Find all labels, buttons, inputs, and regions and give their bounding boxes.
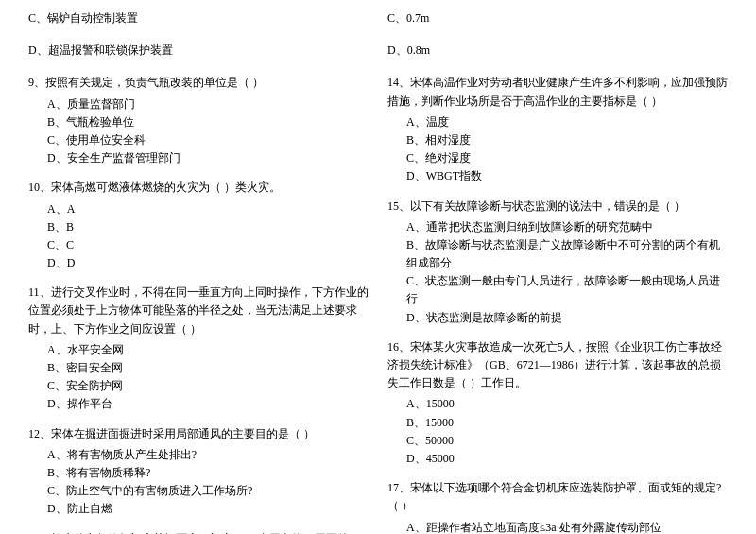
option-q10-0: A、A [28,200,369,218]
question-title: 12、宋体在掘进面掘进时采用局部通风的主要目的是（ ） [28,425,369,443]
option-q14-2: C、绝对湿度 [387,149,728,167]
option-q14-3: D、WBGT指数 [387,167,728,185]
option-q16-2: C、50000 [387,432,728,450]
option-q15-2: C、状态监测一般由专门人员进行，故障诊断一般由现场人员进行 [387,272,728,308]
question-title: D、0.8m [387,42,728,60]
option-q11-3: D、操作平台 [28,395,369,413]
option-q16-3: D、45000 [387,450,728,468]
option-q14-1: B、相对湿度 [387,131,728,149]
question-block-q12: 12、宋体在掘进面掘进时采用局部通风的主要目的是（ ）A、将有害物质从产生处排出… [28,425,369,519]
option-q15-1: B、故障诊断与状态监测是广义故障诊断中不可分割的两个有机组成部分 [387,236,728,272]
question-title: 15、以下有关故障诊断与状态监测的说法中，错误的是（ ） [387,198,728,215]
question-block-q15: 15、以下有关故障诊断与状态监测的说法中，错误的是（ ）A、通常把状态监测归纳到… [387,198,728,327]
option-q9-2: C、使用单位安全科 [28,131,369,149]
option-q12-1: B、将有害物质稀释? [28,464,369,482]
question-title: C、0.7m [387,9,728,27]
page-content: C、锅炉自动控制装置D、超温报警和联锁保护装置9、按照有关规定，负责气瓶改装的单… [28,9,728,534]
question-title: 10、宋体高燃可燃液体燃烧的火灾为（ ）类火灾。 [28,179,369,197]
option-q12-2: C、防止空气中的有害物质进入工作场所? [28,482,369,500]
right-column: C、0.7mD、0.8m14、宋体高温作业对劳动者职业健康产生许多不利影响，应加… [387,9,728,534]
question-title: 11、进行交叉作业时，不得在同一垂直方向上同时操作，下方作业的位置必须处于上方物… [28,284,369,338]
question-block-q_d_option: D、超温报警和联锁保护装置 [28,42,369,62]
option-q9-1: B、气瓶检验单位 [28,113,369,131]
question-title: D、超温报警和联锁保护装置 [28,42,369,60]
option-q10-1: B、B [28,218,369,236]
option-q10-3: D、D [28,254,369,272]
question-title: 13、机床的电气箱柜门应关闭严密、门窗（ ）内无杂物、无工件，箱柜门开启方便 [28,530,369,535]
option-q9-3: D、安全生产监督管理部门 [28,149,369,167]
question-block-q9: 9、按照有关规定，负责气瓶改装的单位是（ ）A、质量监督部门B、气瓶检验单位C、… [28,74,369,167]
question-title: 17、宋体以下选项哪个符合金切机床应选装防护罩、面或矩的规定?（ ） [387,479,728,515]
option-q17-0: A、距操作者站立地面高度≤3a 处有外露旋传动部位 [387,519,728,535]
question-block-q_d2_option: D、0.8m [387,42,728,62]
question-block-q16: 16、宋体某火灾事故造成一次死亡5人，按照《企业职工伤亡事故经济损失统计标准》（… [387,338,728,468]
question-title: 16、宋体某火灾事故造成一次死亡5人，按照《企业职工伤亡事故经济损失统计标准》（… [387,338,728,393]
question-title: 14、宋体高温作业对劳动者职业健康产生许多不利影响，应加强预防措施，判断作业场所… [387,74,728,110]
question-block-q14: 14、宋体高温作业对劳动者职业健康产生许多不利影响，应加强预防措施，判断作业场所… [387,74,728,185]
option-q10-2: C、C [28,236,369,254]
question-block-q_c2_option: C、0.7m [387,9,728,30]
option-q16-0: A、15000 [387,395,728,413]
option-q12-0: A、将有害物质从产生处排出? [28,446,369,464]
option-q11-0: A、水平安全网 [28,341,369,359]
question-block-q17: 17、宋体以下选项哪个符合金切机床应选装防护罩、面或矩的规定?（ ）A、距操作者… [387,479,728,534]
option-q11-2: C、安全防护网 [28,377,369,395]
option-q14-0: A、温度 [387,113,728,131]
question-title: 9、按照有关规定，负责气瓶改装的单位是（ ） [28,74,369,92]
option-q12-3: D、防止自燃 [28,500,369,518]
question-block-q10: 10、宋体高燃可燃液体燃烧的火灾为（ ）类火灾。A、AB、BC、CD、D [28,179,369,272]
option-q15-3: D、状态监测是故障诊断的前提 [387,309,728,327]
option-q9-0: A、质量监督部门 [28,95,369,113]
question-block-q_c_option: C、锅炉自动控制装置 [28,9,369,30]
option-q16-1: B、15000 [387,414,728,432]
left-column: C、锅炉自动控制装置D、超温报警和联锁保护装置9、按照有关规定，负责气瓶改装的单… [28,9,369,534]
question-block-q13: 13、机床的电气箱柜门应关闭严密、门窗（ ）内无杂物、无工件，箱柜门开启方便A、… [28,530,369,535]
question-title: C、锅炉自动控制装置 [28,9,369,27]
option-q11-1: B、密目安全网 [28,359,369,377]
question-block-q11: 11、进行交叉作业时，不得在同一垂直方向上同时操作，下方作业的位置必须处于上方物… [28,284,369,413]
option-q15-0: A、通常把状态监测归纳到故障诊断的研究范畴中 [387,218,728,236]
